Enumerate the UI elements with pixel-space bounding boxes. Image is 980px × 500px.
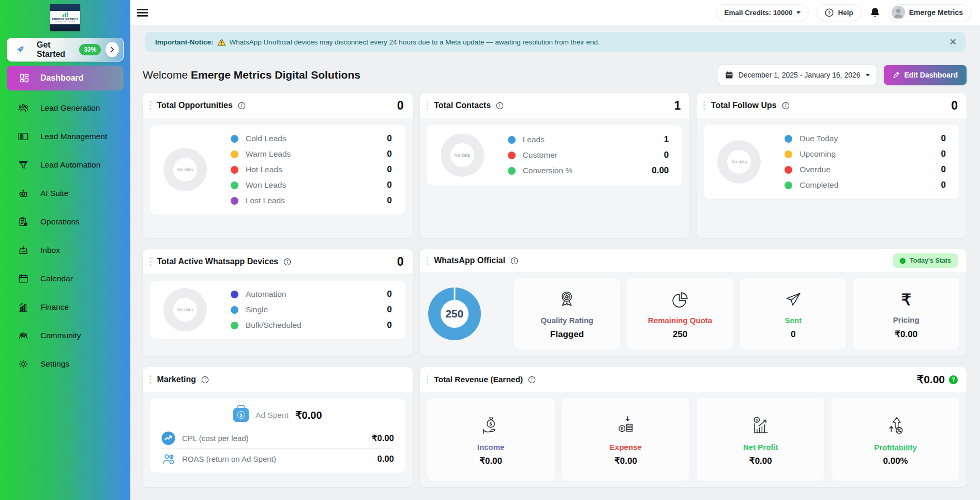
ad-spent-label: Ad Spent (255, 411, 289, 420)
get-started-button[interactable]: Get Started 33% (7, 38, 124, 62)
cpl-value: ₹0.00 (372, 433, 394, 443)
profit-chart-icon: $ (749, 413, 773, 438)
legend-item: Overdue0 (785, 164, 946, 175)
cpl-row: CPL (cost per lead) ₹0.00 (161, 428, 394, 448)
roas-value: 0.00 (378, 454, 394, 464)
sidebar-item-community[interactable]: Community (0, 321, 130, 350)
drag-handle-icon[interactable] (148, 257, 153, 266)
sidebar-item-label: Dashboard (40, 73, 84, 83)
sidebar-item-inbox[interactable]: Inbox (0, 236, 130, 264)
legend-item: Due Today0 (785, 133, 946, 144)
email-credits-button[interactable]: Email Credits: 10000 (716, 4, 809, 21)
info-icon[interactable] (496, 102, 504, 110)
sidebar-item-lead-automation[interactable]: Lead Automation (0, 150, 130, 179)
info-icon[interactable] (238, 102, 246, 110)
page-title: Welcome Emerge Metrics Digital Solutions (143, 69, 360, 81)
community-icon (18, 330, 29, 341)
stat-label: Quality Rating (541, 316, 594, 325)
drag-handle-icon[interactable] (425, 256, 430, 265)
card-title: Marketing (157, 375, 197, 384)
legend-dot (508, 151, 516, 159)
sidebar-item-dashboard[interactable]: Dashboard (7, 66, 124, 90)
sidebar-item-calendar[interactable]: Calendar (0, 264, 130, 293)
gear-icon (18, 358, 29, 370)
sidebar-nav: Lead Generation Lead Management Lead Aut… (0, 94, 130, 378)
get-started-arrow-button[interactable] (105, 42, 119, 57)
notifications-bell-icon[interactable] (869, 7, 881, 18)
trending-up-icon (161, 431, 175, 445)
sidebar-item-settings[interactable]: Settings (0, 350, 130, 378)
legend-item: Lost Leads0 (231, 195, 392, 206)
expense-coins-icon: $ (614, 413, 638, 438)
legend-dot (785, 181, 792, 189)
no-data-label: No data (173, 298, 197, 322)
sidebar-item-operations[interactable]: Operations (0, 207, 130, 236)
robot-icon (18, 188, 29, 199)
legend-dot (231, 306, 238, 314)
card-title: Total Active Whatsapp Devices (157, 257, 279, 266)
info-icon[interactable] (283, 258, 291, 266)
sidebar-item-lead-management[interactable]: Lead Management (0, 122, 130, 150)
medal-icon (556, 289, 578, 311)
company-logo: EMERGE METRICS DIGITAL SOLUTIONS (50, 4, 80, 31)
revenue-total-value: ₹0.00 (917, 373, 945, 386)
info-icon[interactable] (510, 257, 518, 265)
card-title: Total Follow Ups (711, 101, 777, 110)
stat-value: 250 (673, 329, 687, 340)
svg-text:$: $ (621, 427, 623, 431)
sidebar-item-label: AI Suite (40, 189, 68, 198)
sidebar-item-finance[interactable]: Finance (0, 293, 130, 321)
topbar: Email Credits: 10000 ? Help Emerge Metri… (130, 0, 980, 25)
chevron-down-icon (796, 11, 801, 14)
money-bag-icon: $ (233, 408, 249, 422)
card-total-value: 0 (951, 99, 958, 113)
logo-chart-icon (50, 12, 80, 17)
date-range-picker[interactable]: December 1, 2025 - January 16, 2026 (718, 65, 877, 85)
card-title: WhatsApp Official (434, 256, 505, 265)
drag-handle-icon[interactable] (148, 375, 153, 384)
help-button[interactable]: ? Help (817, 4, 861, 21)
svg-text:?: ? (828, 10, 831, 15)
pie-chart-icon (669, 289, 691, 311)
sidebar-item-ai-suite[interactable]: AI Suite (0, 179, 130, 207)
drag-handle-icon[interactable] (425, 101, 430, 110)
info-icon[interactable] (528, 376, 536, 384)
content-area: Important-Notice: WhatsApp Unofficial de… (130, 25, 980, 500)
close-icon[interactable]: ✕ (949, 38, 957, 47)
drag-handle-icon[interactable] (702, 101, 707, 110)
info-icon[interactable] (782, 102, 790, 110)
revenue-tile-label: Income (477, 443, 505, 451)
stat-tile-quality-rating: Quality Rating Flagged (514, 278, 621, 350)
legend-dot (231, 197, 238, 205)
svg-text:$: $ (490, 421, 492, 427)
sidebar-item-label: Lead Generation (40, 103, 100, 113)
drag-handle-icon[interactable] (148, 101, 153, 110)
legend-item: Customer0 (508, 150, 669, 160)
legend-dot (231, 135, 238, 143)
drag-handle-icon[interactable] (425, 375, 430, 384)
edit-dashboard-label: Edit Dashboard (904, 71, 958, 79)
card-whatsapp-devices: Total Active Whatsapp Devices 0 No data … (143, 249, 413, 356)
revenue-tile-label: Net Profit (743, 443, 778, 451)
edit-dashboard-button[interactable]: Edit Dashboard (884, 65, 967, 85)
calendar-icon (18, 273, 29, 284)
profile-button[interactable]: Emerge Metrics (888, 4, 971, 21)
help-label: Help (838, 9, 853, 17)
sidebar-item-label: Finance (40, 302, 69, 312)
quota-donut-chart: 250 (428, 287, 481, 340)
stat-tile-remaining-quota: Remaining Quota 250 (627, 278, 733, 350)
pencil-icon (893, 71, 900, 79)
progress-badge: 33% (79, 44, 101, 55)
stat-label: Pricing (893, 315, 919, 324)
info-icon[interactable] (201, 376, 209, 384)
card-total-follow-ups: Total Follow Ups 0 No data Due Today0 Up… (697, 93, 967, 238)
bar-chart-icon (18, 301, 29, 313)
help-circle-icon[interactable]: ? (949, 375, 958, 384)
sidebar-item-lead-generation[interactable]: Lead Generation (0, 94, 130, 122)
income-hand-money-icon: $ (479, 413, 503, 438)
quota-donut-value: 250 (441, 300, 469, 328)
hamburger-menu-icon[interactable] (137, 9, 148, 17)
legend-item: Bulk/Scheduled0 (231, 320, 392, 330)
revenue-tile-income: $ Income ₹0.00 (427, 398, 555, 481)
card-total-contacts: Total Contacts 1 No data Leads1 Customer… (420, 93, 690, 238)
